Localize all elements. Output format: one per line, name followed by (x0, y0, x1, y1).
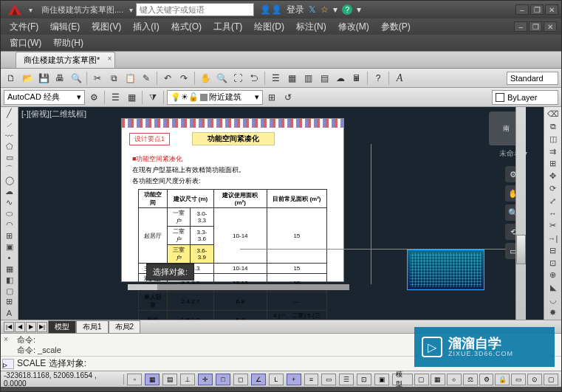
status-annoscale-icon[interactable]: ⟐ (447, 374, 462, 385)
layout-nav-last[interactable]: ▶| (37, 322, 47, 332)
menu-view[interactable]: 视图(V) (87, 19, 126, 35)
minimize-button[interactable]: – (515, 4, 529, 15)
login-link[interactable]: 登录 (287, 4, 304, 16)
extend-icon[interactable]: →| (546, 233, 561, 244)
document-tab[interactable]: 商住楼建筑方案草图* × (16, 52, 115, 68)
polygon-icon[interactable]: ⬠ (2, 142, 17, 152)
join-icon[interactable]: ⊕ (546, 269, 561, 281)
table-icon[interactable]: ⊞ (2, 297, 17, 307)
status-polar-icon[interactable]: ✛ (198, 374, 213, 385)
break-point-icon[interactable]: ⊟ (546, 244, 561, 256)
canvas-scrollbar-vertical[interactable] (515, 107, 526, 320)
zoom-window-icon[interactable]: ⛶ (230, 71, 245, 86)
status-ws-icon[interactable]: ⚙ (479, 374, 494, 385)
status-snap-icon[interactable]: ▦ (145, 374, 160, 385)
status-tpy-icon[interactable]: ▭ (321, 374, 336, 385)
status-ortho-icon[interactable]: ⊥ (180, 374, 195, 385)
explode-icon[interactable]: ✸ (546, 306, 561, 318)
workspace-combo[interactable]: AutoCAD 经典 ▾ (4, 90, 85, 105)
menu-parametric[interactable]: 参数(P) (377, 19, 415, 35)
scale-icon[interactable]: ⤢ (546, 195, 561, 207)
title-dropdown-icon[interactable]: ▾ (129, 6, 133, 14)
title-dropdown2-icon[interactable]: ▾ (333, 4, 337, 15)
cut-icon[interactable]: ✂ (90, 71, 105, 86)
gradient-icon[interactable]: ◧ (2, 275, 17, 285)
move-icon[interactable]: ✥ (546, 171, 561, 182)
close-button[interactable]: ✕ (545, 4, 558, 15)
rotate-icon[interactable]: ⟳ (546, 183, 561, 195)
text-style-a-icon[interactable]: A (392, 71, 407, 86)
stretch-icon[interactable]: ↔ (546, 207, 561, 219)
erase-icon[interactable]: ⌫ (546, 109, 561, 120)
copy-icon[interactable]: ⧉ (106, 71, 121, 86)
fillet-icon[interactable]: ◡ (546, 294, 561, 306)
status-3dosnap-icon[interactable]: ◻ (233, 374, 248, 385)
status-am-icon[interactable]: ▣ (374, 374, 389, 385)
favorite-star-icon[interactable]: ☆ (321, 4, 329, 15)
help-dropdown-icon[interactable]: ▾ (357, 4, 361, 15)
status-sc-icon[interactable]: ⊡ (357, 374, 371, 385)
layout-nav-prev[interactable]: ◀ (15, 322, 25, 332)
menu-window[interactable]: 窗口(W) (5, 35, 46, 51)
quick-access-dropdown[interactable]: ▾ (29, 6, 32, 14)
help-button-icon[interactable]: ? (371, 71, 385, 86)
menu-help[interactable]: 帮助(H) (49, 35, 88, 51)
spline-icon[interactable]: ∿ (2, 198, 17, 208)
status-ann-icon[interactable]: ⚖ (463, 374, 478, 385)
circle-icon[interactable]: ◯ (2, 176, 17, 186)
pan-icon[interactable]: ✋ (198, 71, 213, 86)
arc-icon[interactable]: ⌒ (2, 164, 17, 175)
status-clean-icon[interactable]: ▢ (544, 374, 558, 385)
new-icon[interactable]: 🗋 (4, 71, 18, 86)
doc-minimize-button[interactable]: – (514, 21, 527, 32)
line-icon[interactable]: ╱ (2, 109, 17, 119)
layer-props-icon[interactable]: ☰ (108, 90, 123, 105)
menu-draw[interactable]: 绘图(D) (250, 19, 289, 35)
rect-icon[interactable]: ▭ (2, 153, 17, 163)
layout-nav-first[interactable]: |◀ (4, 322, 14, 332)
restore-button[interactable]: ❐ (530, 4, 544, 15)
embedded-scrollbar[interactable] (128, 284, 349, 290)
copy-obj-icon[interactable]: ⧉ (546, 121, 561, 133)
layer-match-icon[interactable]: ⊞ (264, 90, 279, 105)
redo-icon[interactable]: ↷ (177, 71, 191, 86)
layout-tab-2[interactable]: 布局2 (109, 320, 141, 334)
zoom-rt-icon[interactable]: 🔍 (214, 71, 229, 86)
app-logo[interactable] (4, 2, 26, 17)
status-lwt-icon[interactable]: ≡ (304, 374, 319, 385)
layout-tab-model[interactable]: 模型 (48, 320, 76, 334)
insert-block-icon[interactable]: ⊞ (2, 230, 17, 241)
exchange-x-icon[interactable]: 𝕏 (309, 4, 316, 15)
menu-file[interactable]: 文件(F) (5, 19, 43, 35)
mirror-icon[interactable]: ◫ (546, 134, 561, 145)
break-icon[interactable]: ⊡ (546, 257, 561, 269)
status-hw-icon[interactable]: ▭ (511, 374, 526, 385)
document-tab-close-icon[interactable]: × (107, 55, 112, 63)
menu-insert[interactable]: 插入(I) (128, 19, 163, 35)
layout-tab-1[interactable]: 布局1 (76, 320, 109, 334)
tool-palettes-icon[interactable]: ▥ (301, 71, 315, 86)
text-style-combo[interactable]: Standard (507, 72, 558, 85)
status-quickview-icon[interactable]: ▦ (431, 374, 445, 385)
pline-icon[interactable]: 〰 (2, 131, 17, 141)
drawing-canvas[interactable]: [-][俯视][二维线框] 设计要点1 功能空间紧凑化 ■功能空间紧凑化 在现有… (18, 107, 544, 320)
make-block-icon[interactable]: ▣ (2, 241, 17, 252)
zoom-prev-icon[interactable]: ⮌ (247, 71, 261, 86)
mtext-icon[interactable]: A (2, 308, 17, 318)
status-qp-icon[interactable]: ☰ (339, 374, 354, 385)
layout-nav-next[interactable]: ▶ (26, 322, 36, 332)
menu-dimension[interactable]: 标注(N) (292, 19, 331, 35)
ellipse-arc-icon[interactable]: ◠ (2, 219, 17, 230)
status-iso-icon[interactable]: ⊙ (527, 374, 542, 385)
xline-icon[interactable]: ⟋ (2, 120, 17, 130)
open-icon[interactable]: 📂 (20, 71, 35, 86)
menu-tools[interactable]: 工具(T) (209, 19, 247, 35)
match-props-icon[interactable]: ✎ (139, 71, 154, 86)
menu-modify[interactable]: 修改(M) (334, 19, 374, 35)
revcloud-icon[interactable]: ☁ (2, 187, 17, 197)
status-otrack-icon[interactable]: ∠ (251, 374, 266, 385)
doc-close-button[interactable]: ✕ (544, 21, 557, 32)
doc-restore-button[interactable]: ❐ (529, 21, 542, 32)
markup-icon[interactable]: ☁ (333, 71, 348, 86)
layer-filter-icon[interactable]: ⧩ (145, 90, 160, 105)
